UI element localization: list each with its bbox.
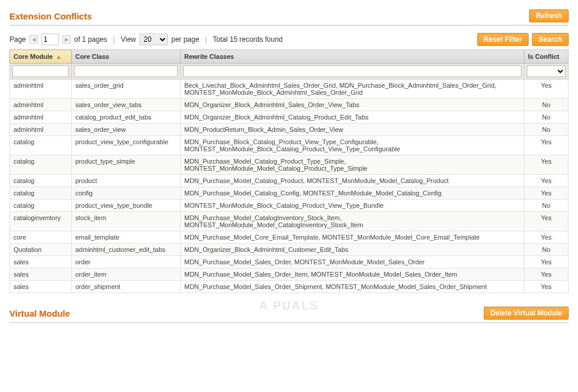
cell-core-class: sales_order_view_tabs [72,99,181,111]
col-header-core-module[interactable]: Core Module ▲ [10,50,72,64]
col-header-is-conflict[interactable]: Is Conflict [524,50,569,64]
cell-core-module: cataloginventory [10,212,72,231]
cell-is-conflict: Yes [524,268,569,281]
cell-core-module: Quotation [10,244,72,256]
delete-virtual-module-button[interactable]: Delete Virtual Module [484,307,569,320]
table-row[interactable]: Quotationadminhtml_customer_edit_tabsMDN… [10,244,569,256]
cell-rewrite-classes: MDN_Purchase_Model_Sales_Order_Shipment,… [181,281,524,293]
filter-is-conflict[interactable] [527,65,566,77]
cell-is-conflict: Yes [524,187,569,200]
pager-toolbar: Page ◀ ▶ of 1 pages | View 20 per page |… [9,31,569,48]
cell-is-conflict: Yes [524,281,569,293]
per-page-suffix: per page [171,35,199,44]
table-row[interactable]: adminhtmlcatalog_product_edit_tabsMDN_Or… [10,111,569,124]
filter-core-module[interactable] [12,65,69,77]
sort-asc-icon: ▲ [56,54,62,60]
cell-core-module: adminhtml [10,79,72,99]
cell-core-module: catalog [10,175,72,187]
table-row[interactable]: salesorder_shipmentMDN_Purchase_Model_Sa… [10,281,569,293]
cell-rewrite-classes: MDN_Purchase_Model_Sales_Order, MONTEST_… [181,256,524,268]
cell-core-class: sales_order_view [72,124,181,136]
cell-rewrite-classes: MDN_Organizer_Block_Adminhtml_Catalog_Pr… [181,111,524,124]
page-input[interactable] [41,34,59,45]
page-label: Page [9,35,26,44]
cell-core-class: order_shipment [72,281,181,293]
cell-core-module: catalog [10,200,72,212]
table-row[interactable]: catalogproduct_view_type_bundleMONTEST_M… [10,200,569,212]
cell-core-class: product_type_simple [72,155,181,175]
cell-is-conflict: Yes [524,136,569,155]
cell-core-module: adminhtml [10,124,72,136]
cell-core-class: config [72,187,181,200]
table-row[interactable]: catalogproduct_view_type_configurableMDN… [10,136,569,155]
per-page-select[interactable]: 20 [139,34,168,45]
cell-rewrite-classes: MDN_Purchase_Model_Catalog_Config, MONTE… [181,187,524,200]
cell-core-class: product_view_type_configurable [72,136,181,155]
cell-core-class: stock_item [72,212,181,231]
reset-filter-button[interactable]: Reset Filter [477,33,529,46]
cell-core-module: sales [10,268,72,281]
cell-rewrite-classes: MDN_Purchase_Model_CatalogInventory_Stoc… [181,212,524,231]
virtual-module-title: Virtual Module [9,308,70,318]
of-pages-label: of 1 pages [74,35,107,44]
separator: | [205,35,207,44]
cell-is-conflict: No [524,200,569,212]
cell-rewrite-classes: Beck_Livechat_Block_Adminhtml_Sales_Orde… [181,79,524,99]
cell-core-module: adminhtml [10,99,72,111]
cell-is-conflict: Yes [524,175,569,187]
cell-core-module: catalog [10,136,72,155]
cell-rewrite-classes: MDN_Purchase_Model_Sales_Order_Item, MON… [181,268,524,281]
col-label: Core Module [14,53,53,60]
cell-rewrite-classes: MDN_Purchase_Block_Catalog_Product_View_… [181,136,524,155]
view-label: View [121,35,136,44]
separator: | [113,35,115,44]
cell-core-class: order_item [72,268,181,281]
cell-core-module: core [10,231,72,244]
cell-is-conflict: Yes [524,212,569,231]
cell-is-conflict: Yes [524,155,569,175]
table-row[interactable]: salesorderMDN_Purchase_Model_Sales_Order… [10,256,569,268]
table-row[interactable]: catalogconfigMDN_Purchase_Model_Catalog_… [10,187,569,200]
conflicts-grid: Core Module ▲ Core Class Rewrite Classes… [9,49,569,293]
cell-rewrite-classes: MDN_Purchase_Model_Catalog_Product_Type_… [181,155,524,175]
cell-core-module: adminhtml [10,111,72,124]
cell-is-conflict: No [524,124,569,136]
cell-rewrite-classes: MDN_Organizer_Block_Adminhtml_Sales_Orde… [181,99,524,111]
table-row[interactable]: adminhtmlsales_order_view_tabsMDN_Organi… [10,99,569,111]
col-header-core-class[interactable]: Core Class [72,50,181,64]
cell-is-conflict: No [524,111,569,124]
cell-is-conflict: No [524,244,569,256]
cell-core-module: sales [10,281,72,293]
cell-core-module: sales [10,256,72,268]
cell-core-module: catalog [10,155,72,175]
refresh-button[interactable]: Refresh [529,9,569,22]
cell-core-class: catalog_product_edit_tabs [72,111,181,124]
cell-is-conflict: Yes [524,79,569,99]
cell-core-module: catalog [10,187,72,200]
prev-page-button[interactable]: ◀ [29,35,38,44]
table-row[interactable]: salesorder_itemMDN_Purchase_Model_Sales_… [10,268,569,281]
filter-core-class[interactable] [74,65,178,77]
table-row[interactable]: cataloginventorystock_itemMDN_Purchase_M… [10,212,569,231]
cell-rewrite-classes: MDN_ProductReturn_Block_Admin_Sales_Orde… [181,124,524,136]
cell-core-class: sales_order_grid [72,79,181,99]
search-button[interactable]: Search [532,33,569,46]
cell-core-class: order [72,256,181,268]
next-page-button[interactable]: ▶ [62,35,71,44]
cell-is-conflict: Yes [524,256,569,268]
cell-rewrite-classes: MDN_Organizer_Block_Adminhtml_Customer_E… [181,244,524,256]
cell-core-class: email_template [72,231,181,244]
cell-is-conflict: No [524,99,569,111]
table-row[interactable]: coreemail_templateMDN_Purchase_Model_Cor… [10,231,569,244]
col-header-rewrite-classes[interactable]: Rewrite Classes [181,50,524,64]
table-row[interactable]: adminhtmlsales_order_gridBeck_Livechat_B… [10,79,569,99]
table-row[interactable]: catalogproductMDN_Purchase_Model_Catalog… [10,175,569,187]
table-row[interactable]: catalogproduct_type_simpleMDN_Purchase_M… [10,155,569,175]
cell-rewrite-classes: MONTEST_MonModule_Block_Catalog_Product_… [181,200,524,212]
cell-core-class: product [72,175,181,187]
cell-core-class: adminhtml_customer_edit_tabs [72,244,181,256]
table-row[interactable]: adminhtmlsales_order_viewMDN_ProductRetu… [10,124,569,136]
filter-rewrite-classes[interactable] [183,65,521,77]
cell-core-class: product_view_type_bundle [72,200,181,212]
cell-is-conflict: Yes [524,231,569,244]
